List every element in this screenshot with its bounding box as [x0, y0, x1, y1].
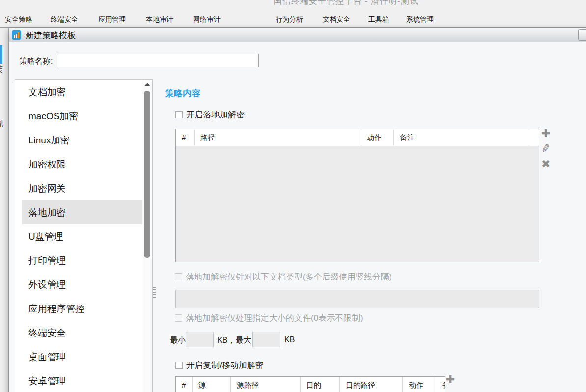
edit-icon[interactable]	[541, 143, 554, 156]
min-size-input	[186, 332, 214, 347]
sidebar-item-1[interactable]: 文档加密	[22, 80, 148, 104]
sidebar-item-5[interactable]: 加密网关	[22, 176, 148, 200]
window-title: 国信终端安全管控平台 - 潘仟明-测试	[274, 0, 419, 7]
delete-icon[interactable]	[541, 158, 554, 171]
column-header-4: 目的	[301, 377, 340, 392]
checkbox-label: 落地加解密仅针对以下文档类型(多个后缀使用竖线分隔)	[186, 271, 391, 282]
background-blue-fragment	[0, 45, 2, 64]
table-header-row: #源源路径目的目的路径动作备注	[176, 377, 445, 392]
sidebar-item-10[interactable]: 应用程序管控	[22, 297, 148, 321]
policy-name-input[interactable]	[57, 54, 259, 67]
checkbox-label: 开启落地加解密	[186, 109, 245, 120]
column-header-3: 源路径	[231, 377, 301, 392]
sidebar-item-11[interactable]: 终端安全	[22, 321, 148, 345]
menu-item-6[interactable]: 行为分析	[276, 15, 303, 24]
column-header-1: #	[176, 377, 193, 392]
policy-category-list: 文档加密macOS加密Linux加密加密权限加密网关落地加密U盘管理打印管理外设…	[15, 79, 153, 392]
sidebar-item-3[interactable]: Linux加密	[22, 128, 148, 152]
menu-item-4[interactable]: 本地审计	[146, 15, 173, 24]
menu-item-9[interactable]: 系统管理	[406, 15, 434, 24]
between-label: KB，最大	[217, 336, 251, 346]
column-header-2: 路径	[195, 129, 361, 146]
sidebar-item-2[interactable]: macOS加密	[22, 104, 148, 128]
min-size-label: 最小	[170, 336, 186, 346]
add-icon[interactable]	[541, 128, 554, 140]
menu-item-5[interactable]: 网络审计	[193, 15, 221, 24]
doctype-input	[175, 290, 539, 308]
checkbox-box	[175, 273, 182, 280]
menu-item-8[interactable]: 工具箱	[368, 15, 389, 24]
scroll-up-icon[interactable]	[144, 83, 150, 86]
sidebar-item-7[interactable]: U盘管理	[22, 224, 148, 249]
scrollbar-thumb[interactable]	[144, 91, 150, 258]
new-policy-template-dialog: 新建策略模板 策略名称: 文档加密macOS加密Linux加密加密权限加密网关落…	[8, 28, 586, 392]
sidebar-item-4[interactable]: 加密权限	[22, 152, 148, 176]
dialog-title: 新建策略模板	[26, 30, 76, 41]
column-header-filler	[529, 129, 539, 146]
checkbox-box	[175, 111, 183, 118]
max-size-input	[252, 332, 280, 347]
checkbox-doctype-filter: 落地加解密仅针对以下文档类型(多个后缀使用竖线分隔)	[175, 270, 391, 283]
checkbox-enable-landing-encryption[interactable]: 开启落地加解密	[175, 108, 245, 121]
kb-suffix-label: KB	[284, 336, 295, 344]
policy-template-icon	[12, 30, 21, 40]
background-text-fragment-2: 现	[0, 118, 4, 129]
sidebar-item-13[interactable]: 安卓管理	[22, 369, 148, 392]
column-header-3: 动作	[361, 129, 394, 146]
screen: { "window": { "title": "国信终端安全管控平台 - 潘仟明…	[0, 0, 586, 392]
checkbox-enable-copymove-encryption[interactable]: 开启复制/移动加解密	[175, 359, 264, 371]
sidebar-item-6[interactable]: 落地加密	[22, 200, 148, 224]
landing-paths-table: #路径动作备注	[175, 129, 539, 262]
dialog-title-bar: 新建策略模板	[9, 28, 586, 42]
sidebar-item-12[interactable]: 桌面管理	[22, 345, 148, 369]
dialog-titlebar-button[interactable]	[578, 29, 586, 41]
checkbox-box	[175, 362, 183, 369]
menu-item-1[interactable]: 安全策略	[5, 15, 32, 24]
policy-content-heading: 策略内容	[165, 87, 200, 99]
column-header-4: 备注	[394, 129, 529, 146]
checkbox-box	[175, 314, 182, 322]
sidebar-item-9[interactable]: 外设管理	[22, 273, 148, 297]
menu-item-2[interactable]: 终端安全	[51, 15, 78, 24]
column-header-7: 备注	[436, 377, 445, 392]
splitter-grip[interactable]	[153, 287, 156, 299]
menu-item-7[interactable]: 文档安全	[323, 15, 350, 24]
copymove-rules-table: #源源路径目的目的路径动作备注	[175, 376, 445, 392]
checkbox-label: 开启复制/移动加解密	[186, 360, 264, 371]
menu-underline	[0, 27, 586, 28]
checkbox-size-filter: 落地加解密仅处理指定大小的文件(0表示不限制)	[175, 311, 363, 324]
column-header-1: #	[176, 129, 195, 146]
column-header-2: 源	[193, 377, 231, 392]
add-icon[interactable]	[446, 374, 459, 387]
table-header-row: #路径动作备注	[176, 129, 539, 146]
menu-item-3[interactable]: 应用管理	[98, 15, 126, 24]
sidebar-item-8[interactable]: 打印管理	[22, 249, 148, 273]
column-header-5: 目的路径	[340, 377, 403, 392]
column-header-6: 动作	[403, 377, 436, 392]
checkbox-label: 落地加解密仅处理指定大小的文件(0表示不限制)	[186, 312, 363, 324]
sidebar-scrollbar[interactable]	[142, 80, 152, 392]
background-text-fragment-1: 装	[0, 64, 4, 75]
policy-name-label: 策略名称:	[19, 56, 53, 67]
